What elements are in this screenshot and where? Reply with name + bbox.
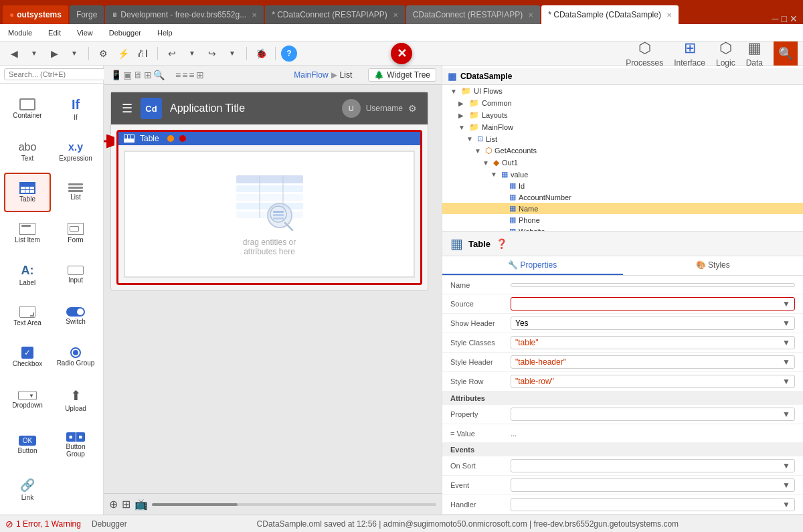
prop-onsort-select[interactable]: ▼ [511,459,795,472]
close-panel-btn[interactable]: ✕ [391,43,412,64]
menu-help[interactable]: Help [155,27,175,38]
canvas-screen-btn[interactable]: 📺 [135,498,148,511]
status-error[interactable]: ⊘ 1 Error, 1 Warning [5,519,81,529]
widget-button-group[interactable]: ■ ■ Button Group [52,423,99,467]
menu-debugger[interactable]: Debugger [106,27,144,38]
widget-radio-group[interactable]: Radio Group [52,337,99,377]
widget-list[interactable]: List [52,173,99,212]
tablet-icon[interactable]: ▣ [123,70,132,80]
dev-tab-close[interactable]: ✕ [252,11,257,19]
prop-value-dots[interactable]: ... [511,430,795,438]
data-tool[interactable]: ▦ Data [746,39,763,68]
widget-text[interactable]: abo Text [4,132,51,171]
play-dropdown-btn[interactable]: ▼ [66,45,83,62]
align-left-icon[interactable]: ≡ [175,70,181,80]
widget-expression[interactable]: x.y Expression [52,132,99,171]
widget-if[interactable]: If If [52,88,99,130]
minimize-btn[interactable]: ─ [772,13,779,24]
tree-item-mainflow[interactable]: ▼ 📁 MainFlow [442,121,803,133]
tree-item-ui-flows[interactable]: ▼ 📁 UI Flows [442,85,803,97]
widget-upload[interactable]: ⬆ Upload [52,378,99,422]
widget-dropdown[interactable]: ▼ Dropdown [4,378,51,422]
widget-table[interactable]: Table [4,173,51,212]
debug-btn[interactable]: 🐞 [252,45,270,62]
desktop-icon[interactable]: 🖥 [133,70,143,80]
tree-item-accountnumber[interactable]: ▶ ▦ AccountNumber [442,191,803,203]
prop-name-input[interactable] [511,283,795,287]
redo-dropdown-btn[interactable]: ▼ [224,45,241,62]
widget-label[interactable]: A: Label [4,254,51,296]
cdata-tab1-close[interactable]: ✕ [393,11,398,19]
tree-item-out1[interactable]: ▼ ◆ Out1 [442,157,803,169]
phone-icon[interactable]: 📱 [110,70,122,80]
widget-textarea[interactable]: Text Area [4,296,51,336]
debugger-label[interactable]: Debugger [92,519,127,529]
back-btn[interactable]: ◀ [5,45,23,62]
widget-container[interactable]: Container [4,88,51,130]
dev-tab[interactable]: 🖥 Development - free-dev.brs6552g... ✕ [105,5,264,24]
tree-item-id[interactable]: ▶ ▦ Id [442,180,803,191]
menu-module[interactable]: Module [5,27,35,38]
tab-styles[interactable]: 🎨 Styles [623,256,804,275]
menu-edit[interactable]: Edit [46,27,64,38]
prop-handler-select[interactable]: ▼ [511,498,795,511]
settings-btn[interactable]: ⚙ [94,45,112,62]
widget-link[interactable]: 🔗 Link [4,468,51,511]
cdata-tab2[interactable]: CDataConnect (RESTAPIAPP) ✕ [406,5,541,24]
merge-btn[interactable]: ⛙ [135,45,152,62]
interface-tool[interactable]: ⊞ Interface [674,39,705,68]
prop-source-input[interactable]: ▼ [511,297,795,311]
widget-checkbox[interactable]: ✓ Checkbox [4,337,51,377]
tree-item-list[interactable]: ▼ ⊡ List [442,133,803,145]
logic-tool[interactable]: ⬡ Logic [716,39,735,68]
widget-input[interactable]: Input [52,254,99,296]
canvas-grid-btn[interactable]: ⊞ [122,498,130,511]
widget-button[interactable]: OK Button [4,423,51,467]
widget-form[interactable]: Form [52,213,99,253]
align-center-icon[interactable]: ≡ [182,70,187,80]
prop-styleheader-select[interactable]: "table-header" ▼ [511,355,795,369]
help-btn[interactable]: ? [281,46,297,62]
widget-list-item[interactable]: List Item [4,213,51,253]
prop-property-select[interactable]: ▼ [511,408,795,421]
maximize-btn[interactable]: □ [782,13,787,24]
prop-event-select[interactable]: ▼ [511,478,795,492]
tree-item-common[interactable]: ▶ 📁 Common [442,97,803,109]
align-right-icon[interactable]: ≡ [189,70,194,80]
tree-item-layouts[interactable]: ▶ 📁 Layouts [442,109,803,121]
forge-tab[interactable]: Forge [70,5,104,24]
tree-item-value[interactable]: ▼ ▦ value [442,169,803,180]
canvas-add-btn[interactable]: ⊕ [109,498,118,511]
active-tab[interactable]: * CDataSample (CDataSample) ✕ [541,5,679,24]
widget-switch[interactable]: Switch [52,296,99,336]
prop-styleclasses-select[interactable]: "table" ▼ [511,336,795,349]
prop-showheader-select[interactable]: Yes ▼ [511,317,795,330]
table-widget-container[interactable]: Table [116,130,422,285]
widget-tree-tab[interactable]: 🌲 Widget Tree [368,68,436,82]
search-input[interactable] [4,68,106,80]
grid-icon[interactable]: ⊞ [196,70,204,80]
tree-item-name[interactable]: ▶ ▦ Name [442,203,803,214]
compile-btn[interactable]: ⚡ [114,45,132,62]
tree-item-website[interactable]: ▶ ▦ Website [442,226,803,232]
props-help-icon[interactable]: ❓ [496,238,507,249]
zoom-icon[interactable]: 🔍 [153,70,165,80]
tree-item-getaccounts[interactable]: ▼ ⬡ GetAccounts [442,145,803,157]
close-window-btn[interactable]: ✕ [790,13,798,24]
logo-tab[interactable]: ● outsystems [3,5,68,24]
play-btn[interactable]: ▶ [46,45,63,62]
processes-tool[interactable]: ⬡ Processes [626,39,663,68]
custom-icon[interactable]: ⊞ [144,70,152,80]
tab-properties[interactable]: 🔧 Properties [442,256,623,275]
forward-dropdown-btn[interactable]: ▼ [25,45,43,62]
prop-stylerow-select[interactable]: "table-row" ▼ [511,375,795,388]
undo-dropdown-btn[interactable]: ▼ [183,45,201,62]
search-tool-btn[interactable]: 🔍 [774,41,798,66]
table-widget-body[interactable]: drag entities or attributes here [124,151,415,278]
redo-btn[interactable]: ↪ [203,45,221,62]
cdata-tab2-close[interactable]: ✕ [528,11,533,19]
active-tab-close[interactable]: ✕ [666,11,672,19]
tree-item-phone[interactable]: ▶ ▦ Phone [442,214,803,226]
menu-view[interactable]: View [74,27,96,38]
undo-btn[interactable]: ↩ [163,45,181,62]
